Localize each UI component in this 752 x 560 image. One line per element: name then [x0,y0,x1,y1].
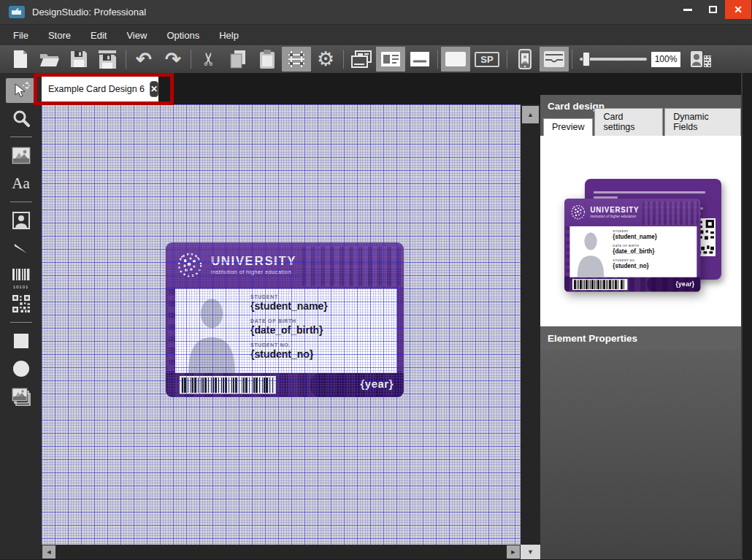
menu-store[interactable]: Store [48,30,71,41]
zoom-level-field[interactable]: 100% [651,52,680,67]
close-icon: ✕ [734,4,743,15]
card-holder-button[interactable] [540,47,569,72]
undo-button[interactable]: ↶ [129,47,158,72]
redo-button[interactable]: ↷ [158,47,188,72]
field-label-dob[interactable]: DATE OF BIRTH [250,318,328,323]
qr-code-tool[interactable] [6,291,37,316]
smart-profile-button[interactable]: SP [470,47,504,72]
element-properties-body [540,350,741,559]
zoom-slider[interactable] [580,47,647,72]
undo-icon: ↶ [136,50,152,69]
sp-label: SP [475,52,499,67]
card-fields: STUDENT {student_name} DATE OF BIRTH {da… [613,230,657,269]
back-text-line [594,191,705,193]
field-value-dob[interactable]: {date_of_birth} [250,324,328,336]
field-value-student-no[interactable]: {student_no} [250,348,328,360]
select-tool[interactable] [6,78,37,103]
phone-icon [518,49,532,69]
menu-help[interactable]: Help [219,30,239,41]
save-as-icon [99,50,118,69]
zoom-slider-thumb[interactable] [583,52,590,66]
mobile-preview-button[interactable] [510,47,540,72]
card-year-value[interactable]: {year} [360,377,394,390]
tab-dynamic-fields[interactable]: Dynamic Fields [664,108,741,136]
photo-placeholder-silhouette[interactable] [181,294,242,373]
rectangle-tool[interactable] [6,329,37,353]
card-preview-button[interactable] [441,47,470,72]
both-sides-icon [351,50,372,68]
grid-icon [287,50,306,69]
menu-bar: File Store Edit View Options Help [0,24,752,45]
scroll-up-button[interactable]: ▲ [522,106,539,123]
portrait-tool[interactable] [6,208,37,233]
cut-button[interactable]: ✂ [194,47,223,72]
settings-button[interactable]: ⚙ [311,47,340,72]
card-bottom-band: {year} [166,373,404,397]
maximize-button[interactable] [700,0,725,19]
copy-button[interactable] [223,47,253,72]
open-button[interactable] [35,47,64,72]
canvas-card-element[interactable]: UNIVERSITY institution of higher educati… [166,242,404,397]
card-org-tagline: institution of higher education [590,215,639,218]
back-side-icon [410,51,430,67]
card-barcode[interactable] [180,376,276,394]
save-button[interactable] [64,47,93,72]
barcode-icon [12,268,31,284]
front-side-view-button[interactable] [376,47,405,72]
scroll-down-button[interactable]: ▼ [521,545,540,559]
toolbar: ↶ ↷ ✂ ⚙ SP 100% [0,45,752,73]
right-arrow-icon: ► [510,548,517,556]
tab-card-settings[interactable]: Card settings [594,108,663,136]
image-tool[interactable] [6,143,37,168]
scroll-left-button[interactable]: ◄ [42,545,55,559]
gear-icon: ⚙ [317,50,334,69]
ellipse-tool[interactable] [6,356,37,381]
field-label-student[interactable]: STUDENT [250,294,328,299]
menu-options[interactable]: Options [166,30,199,41]
card-front-design[interactable]: UNIVERSITY institution of higher educati… [166,242,404,397]
redo-icon: ↷ [165,50,181,69]
university-logo-icon [175,250,204,280]
layers-tool[interactable] [6,384,37,409]
up-arrow-icon: ▲ [527,111,534,118]
maximize-icon [709,6,717,13]
card-org-name: UNIVERSITY [590,206,639,214]
card-org-name[interactable]: UNIVERSITY [211,255,296,268]
barcode-bars [574,280,626,289]
save-icon [70,50,88,68]
tab-preview[interactable]: Preview [543,118,593,136]
field-value-student-name[interactable]: {student_name} [250,300,328,312]
print-card-button[interactable] [686,47,715,72]
horizontal-scrollbar[interactable]: ◄ ► [42,545,521,559]
scroll-right-button[interactable]: ► [507,545,520,559]
field-label-dob: DATE OF BIRTH [613,245,657,248]
document-tab[interactable]: Example Card Design 6 ✕ [42,76,158,102]
back-side-view-button[interactable] [405,47,434,72]
both-sides-view-button[interactable] [347,47,376,72]
close-button[interactable]: ✕ [725,0,751,19]
cut-scissors-icon: ✂ [200,52,218,66]
tab-close-button[interactable]: ✕ [150,81,158,97]
design-canvas[interactable]: UNIVERSITY institution of higher educati… [42,104,521,545]
card-front-preview-design: UNIVERSITY institution of higher educati… [564,199,700,292]
minimize-button[interactable] [675,0,700,19]
down-arrow-icon: ▼ [527,548,534,556]
text-tool[interactable]: Aa [6,171,37,196]
photo-placeholder-silhouette [573,229,608,277]
card-org-tagline[interactable]: institution of higher education [211,269,296,275]
menu-edit[interactable]: Edit [91,30,107,41]
field-label-student-no[interactable]: STUDENT NO. [250,342,328,348]
barcode-tool[interactable]: 10101 [6,264,37,288]
grid-toggle-button[interactable] [282,47,311,72]
line-tool[interactable] [6,236,37,261]
new-document-button[interactable] [6,47,35,72]
save-as-button[interactable] [93,47,123,72]
card-header[interactable]: UNIVERSITY institution of higher educati… [166,242,404,288]
menu-view[interactable]: View [126,30,147,41]
card-content-area[interactable]: STUDENT {student_name} DATE OF BIRTH {da… [175,288,397,373]
paste-button[interactable] [253,47,282,72]
portrait-icon [12,212,30,229]
zoom-tool[interactable] [6,106,37,131]
vertical-scrollbar[interactable]: ▲ [521,104,540,545]
menu-file[interactable]: File [13,30,28,41]
